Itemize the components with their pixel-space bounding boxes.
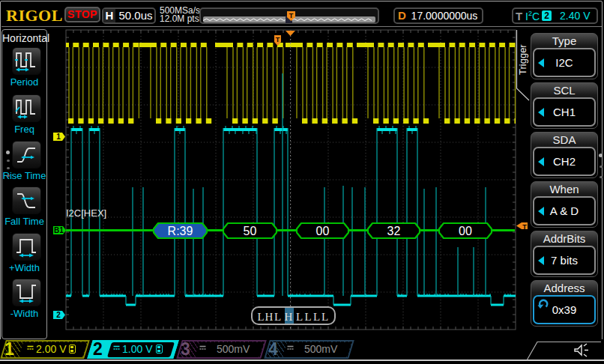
svg-text:T: T bbox=[289, 12, 294, 19]
